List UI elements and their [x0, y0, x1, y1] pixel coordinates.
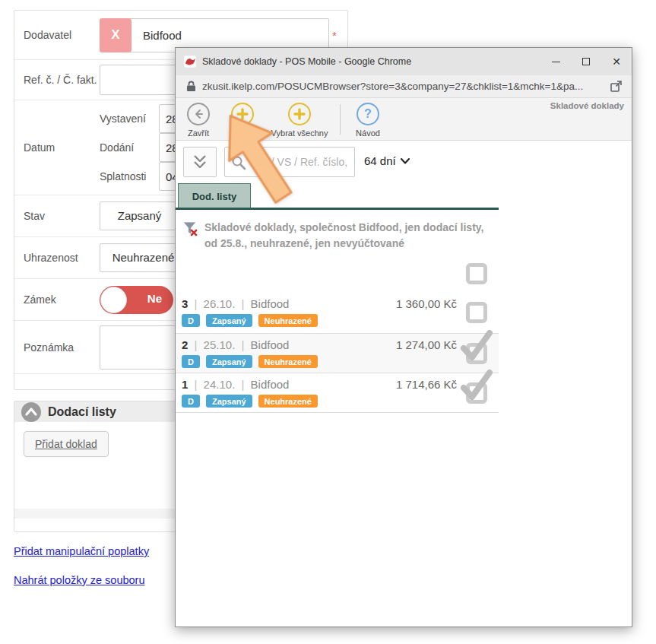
payment-status-label: Uhrazenost — [14, 252, 100, 264]
row-number: 2 — [182, 338, 188, 351]
select-button[interactable]: Vybrat — [221, 103, 263, 138]
toggle-state-label: Ne — [147, 292, 162, 305]
row-date: 24.10. — [204, 378, 236, 391]
row-amount: 1 274,00 Kč — [396, 338, 457, 351]
row-checkbox[interactable] — [466, 302, 487, 323]
type-badge: D — [182, 355, 200, 368]
row-amount: 1 360,00 Kč — [396, 297, 457, 310]
window-title: Skladové doklady - POS Mobile - Google C… — [202, 56, 540, 67]
chrome-popup-window: Skladové doklady - POS Mobile - Google C… — [175, 47, 632, 627]
row-company: Bidfood — [251, 378, 290, 391]
minimize-button[interactable] — [540, 48, 571, 75]
add-handling-fees-link[interactable]: Přidat manipulační poplatky — [14, 545, 149, 557]
search-field — [224, 147, 355, 177]
clear-supplier-button[interactable]: X — [100, 18, 132, 52]
back-arrow-icon — [187, 103, 210, 125]
row-amount: 1 714,66 Kč — [396, 378, 457, 391]
filter-summary-text: Skladové doklady, společnost Bidfood, je… — [204, 221, 483, 249]
maximize-button[interactable] — [571, 48, 601, 75]
row-company: Bidfood — [251, 338, 290, 351]
close-view-button[interactable]: Zavřít — [182, 103, 215, 138]
lock-toggle[interactable]: Ne — [100, 286, 173, 314]
status-select[interactable]: Zapsaný — [100, 201, 179, 230]
row-number: 3 — [182, 297, 188, 310]
status-label: Stav — [14, 210, 100, 222]
document-row[interactable]: 3 | 26.10. | Bidfood 1 360,00 Kč D Zapsa… — [176, 293, 499, 333]
load-items-from-file-link[interactable]: Nahrát položky ze souboru — [14, 574, 145, 586]
payment-badge: Neuhrazené — [258, 355, 318, 368]
maximize-icon — [582, 58, 590, 65]
search-input[interactable] — [249, 148, 353, 176]
toolbar-separator — [340, 104, 341, 135]
document-row[interactable]: 1 | 24.10. | Bidfood 1 714,66 Kč D Zapsa… — [176, 373, 499, 413]
delivery-notes-title: Dodací listy — [48, 405, 116, 419]
plus-icon — [288, 103, 311, 125]
row-number: 1 — [182, 378, 188, 391]
app-toolbar: Zavřít Vybrat Vybrat všechny ? Návod Skl… — [176, 98, 632, 141]
filter-summary: Skladové doklady, společnost Bidfood, je… — [180, 220, 486, 252]
select-all-button[interactable]: Vybrat všechny — [265, 103, 334, 138]
toggle-knob-icon — [100, 287, 127, 313]
note-label: Poznámka — [14, 341, 100, 354]
pos-mobile-favicon — [184, 56, 196, 68]
row-date: 25.10. — [204, 338, 236, 351]
status-badge: Zapsaný — [206, 395, 252, 408]
row-checkbox[interactable] — [466, 382, 487, 404]
close-button[interactable]: ✕ — [601, 48, 632, 75]
plus-icon — [231, 103, 254, 125]
status-badge: Zapsaný — [206, 355, 252, 368]
status-badge: Zapsaný — [206, 314, 252, 327]
double-chevron-down-icon — [192, 154, 208, 170]
supplier-label: Dodavatel — [14, 29, 100, 41]
row-date: 26.10. — [204, 297, 236, 310]
payment-status-select[interactable]: Neuhrazené — [100, 243, 187, 272]
due-label: Splatnosti — [100, 170, 159, 182]
clear-filter-icon[interactable] — [182, 220, 198, 236]
row-checkbox[interactable] — [466, 343, 487, 364]
address-bar[interactable]: zkusit.ikelp.com/POSUCMBrowser?store=3&c… — [176, 75, 632, 98]
payment-badge: Neuhrazené — [258, 395, 318, 408]
help-button[interactable]: ? Návod — [349, 103, 387, 138]
url-text: zkusit.ikelp.com/POSUCMBrowser?store=3&c… — [202, 81, 610, 92]
row-company: Bidfood — [251, 297, 290, 310]
question-icon: ? — [357, 103, 379, 125]
lock-icon — [186, 81, 196, 92]
required-asterisk: * — [332, 29, 337, 42]
search-icon — [231, 155, 246, 170]
chevron-down-icon — [401, 158, 410, 164]
type-badge: D — [182, 314, 200, 327]
payment-badge: Neuhrazené — [258, 314, 318, 327]
expand-filters-button[interactable] — [183, 147, 217, 177]
tab-delivery-notes[interactable]: Dod. listy — [178, 183, 251, 208]
lock-label: Zámek — [14, 293, 100, 306]
chevron-up-circle-icon[interactable] — [21, 402, 41, 422]
add-document-button[interactable]: Přidat doklad — [24, 431, 109, 457]
document-row[interactable]: 2 | 25.10. | Bidfood 1 274,00 Kč D Zapsa… — [176, 333, 499, 373]
close-icon: ✕ — [612, 56, 621, 68]
page-title: Skladové doklady — [550, 101, 624, 110]
period-dropdown[interactable]: 64 dní — [364, 154, 410, 167]
date-label: Datum — [14, 141, 100, 154]
minimize-icon — [552, 62, 560, 62]
open-in-new-icon[interactable] — [610, 80, 623, 93]
delivery-label: Dodání — [100, 141, 159, 154]
reference-label: Ref. č. / Č. fakt. — [14, 74, 100, 86]
window-titlebar[interactable]: Skladové doklady - POS Mobile - Google C… — [176, 48, 632, 75]
issued-label: Vystavení — [100, 113, 159, 125]
tab-underline — [176, 208, 499, 210]
header-checkbox[interactable] — [466, 263, 487, 284]
type-badge: D — [182, 395, 200, 408]
